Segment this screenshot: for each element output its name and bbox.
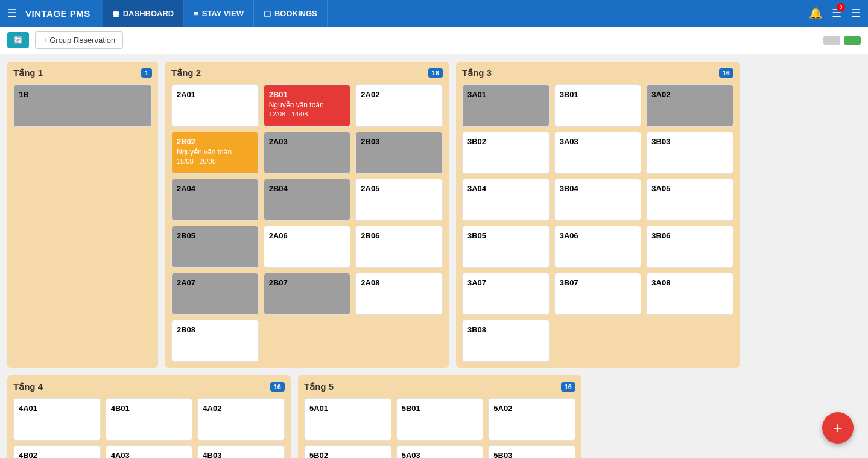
floor-badge-floor3: 16 [719, 68, 733, 78]
room-number-3B07: 3B07 [560, 278, 636, 287]
room-card-3B06[interactable]: 3B06 [646, 226, 733, 268]
room-number-3A07: 3A07 [467, 278, 544, 287]
room-card-3B08[interactable]: 3B08 [462, 320, 550, 362]
room-number-3B08: 3B08 [467, 325, 544, 334]
room-card-2A02[interactable]: 2A02 [355, 84, 443, 127]
room-card-5B01[interactable]: 5B01 [396, 398, 484, 441]
notifications-button[interactable]: 🔔 [809, 7, 822, 20]
nav-stay-view-label: STAY VIEW [202, 9, 244, 18]
room-card-5B02[interactable]: 5B02 [304, 445, 391, 458]
floor-badge-floor4: 16 [270, 382, 285, 392]
room-card-4A01[interactable]: 4A01 [13, 398, 101, 441]
room-card-4B02[interactable]: 4B02 [13, 445, 101, 458]
room-number-2B04: 2B04 [269, 184, 346, 193]
legend-grey-dot [823, 36, 840, 45]
room-card-3A02[interactable]: 3A02 [646, 84, 733, 127]
room-number-3B04: 3B04 [560, 184, 636, 193]
fab-add-button[interactable]: + [822, 412, 854, 444]
room-dates-2B01: 12/08 - 14/08 [269, 110, 346, 118]
refresh-button[interactable]: 🔄 [7, 32, 29, 48]
room-card-5B03[interactable]: 5B03 [488, 445, 575, 458]
floor-header-floor3: Tầng 316 [462, 68, 733, 78]
floor-title-floor1: Tầng 1 [13, 68, 43, 78]
nav-stay-view[interactable]: ≡ STAY VIEW [184, 0, 254, 27]
room-number-3B05: 3B05 [467, 231, 544, 240]
room-card-3B01[interactable]: 3B01 [554, 84, 642, 127]
room-guest-2B02: Nguyễn văn toàn [177, 148, 253, 156]
floor-title-floor3: Tầng 3 [462, 68, 492, 78]
room-number-5B01: 5B01 [402, 404, 478, 413]
floor-badge-floor1: 1 [141, 68, 152, 78]
floor-header-floor5: Tầng 516 [304, 381, 575, 392]
room-card-3A01[interactable]: 3A01 [462, 84, 550, 127]
room-card-2A08[interactable]: 2A08 [355, 273, 443, 315]
rooms-grid-floor5: 5A015B015A025B025A035B03 [304, 398, 575, 458]
room-card-2A01[interactable]: 2A01 [171, 84, 259, 127]
room-number-2B01: 2B01 [269, 90, 346, 99]
room-card-3A04[interactable]: 3A04 [462, 179, 550, 221]
floor-badge-floor2: 16 [428, 68, 443, 78]
room-card-4A03[interactable]: 4A03 [106, 445, 193, 458]
room-number-3B01: 3B01 [560, 90, 636, 99]
room-card-3A05[interactable]: 3A05 [646, 179, 733, 221]
nav-bookings[interactable]: ▢ BOOKINGS [254, 0, 328, 27]
room-card-2B06[interactable]: 2B06 [355, 226, 443, 268]
room-card-4B01[interactable]: 4B01 [106, 398, 193, 441]
floor-header-floor2: Tầng 216 [171, 68, 443, 78]
room-card-2A03[interactable]: 2A03 [264, 132, 351, 174]
room-card-4B03[interactable]: 4B03 [197, 445, 285, 458]
room-number-2B05: 2B05 [177, 231, 253, 240]
room-card-3A03[interactable]: 3A03 [554, 132, 642, 174]
room-number-5A01: 5A01 [309, 404, 386, 413]
room-card-3A06[interactable]: 3A06 [554, 226, 642, 268]
settings-icon[interactable]: ☰ [851, 7, 861, 20]
room-dates-2B02: 15/08 - 20/08 [177, 157, 253, 165]
group-reservation-button[interactable]: + Group Reservation [35, 31, 123, 49]
room-card-2B03[interactable]: 2B03 [355, 132, 443, 174]
room-card-2A04[interactable]: 2A04 [171, 179, 259, 221]
room-card-2B01[interactable]: 2B01Nguyễn văn toàn12/08 - 14/08 [264, 84, 351, 127]
room-number-4B01: 4B01 [111, 404, 188, 413]
floor-section-floor2: Tầng 2162A012B01Nguyễn văn toàn12/08 - 1… [165, 62, 449, 368]
room-card-3B02[interactable]: 3B02 [462, 132, 550, 174]
room-number-3B02: 3B02 [467, 137, 544, 146]
stay-view-icon: ≡ [194, 9, 198, 18]
room-card-2B08[interactable]: 2B08 [171, 320, 259, 362]
room-card-5A02[interactable]: 5A02 [488, 398, 575, 441]
room-number-3B03: 3B03 [651, 137, 728, 146]
room-card-2B04[interactable]: 2B04 [264, 179, 351, 221]
room-card-3A07[interactable]: 3A07 [462, 273, 550, 315]
room-card-3A08[interactable]: 3A08 [646, 273, 733, 315]
room-card-5A03[interactable]: 5A03 [396, 445, 484, 458]
room-number-2A03: 2A03 [269, 137, 346, 146]
room-card-2A07[interactable]: 2A07 [171, 273, 259, 315]
nav-dashboard[interactable]: ▦ DASHBOARD [103, 0, 185, 27]
floor-section-floor3: Tầng 3163A013B013A023B023A033B033A043B04… [456, 62, 740, 368]
room-card-2B07[interactable]: 2B07 [264, 273, 351, 315]
room-card-3B03[interactable]: 3B03 [646, 132, 733, 174]
list-icon[interactable]: ☰ 0 [832, 7, 841, 20]
room-card-1B[interactable]: 1B [13, 84, 152, 127]
floor-title-floor5: Tầng 5 [304, 381, 334, 392]
room-card-3B05[interactable]: 3B05 [462, 226, 550, 268]
floor-header-floor1: Tầng 11 [13, 68, 152, 78]
list-badge: 0 [837, 3, 845, 11]
floor-section-floor4: Tầng 4164A014B014A024B024A034B03 [7, 375, 291, 458]
toolbar-legend [823, 36, 861, 45]
room-number-4B02: 4B02 [19, 451, 95, 458]
room-card-5A01[interactable]: 5A01 [304, 398, 391, 441]
room-number-3A03: 3A03 [560, 137, 636, 146]
room-card-3B07[interactable]: 3B07 [554, 273, 642, 315]
room-card-2A05[interactable]: 2A05 [355, 179, 443, 221]
room-number-2A04: 2A04 [177, 184, 253, 193]
room-card-2B05[interactable]: 2B05 [171, 226, 259, 268]
room-card-3B04[interactable]: 3B04 [554, 179, 642, 221]
room-number-3A08: 3A08 [651, 278, 728, 287]
room-number-2A08: 2A08 [361, 278, 437, 287]
legend-green [844, 36, 861, 45]
room-card-2A06[interactable]: 2A06 [264, 226, 351, 268]
menu-icon[interactable]: ☰ [7, 7, 17, 20]
room-card-2B02[interactable]: 2B02Nguyễn văn toàn15/08 - 20/08 [171, 132, 259, 174]
room-card-4A02[interactable]: 4A02 [197, 398, 285, 441]
room-number-2B03: 2B03 [361, 137, 437, 146]
